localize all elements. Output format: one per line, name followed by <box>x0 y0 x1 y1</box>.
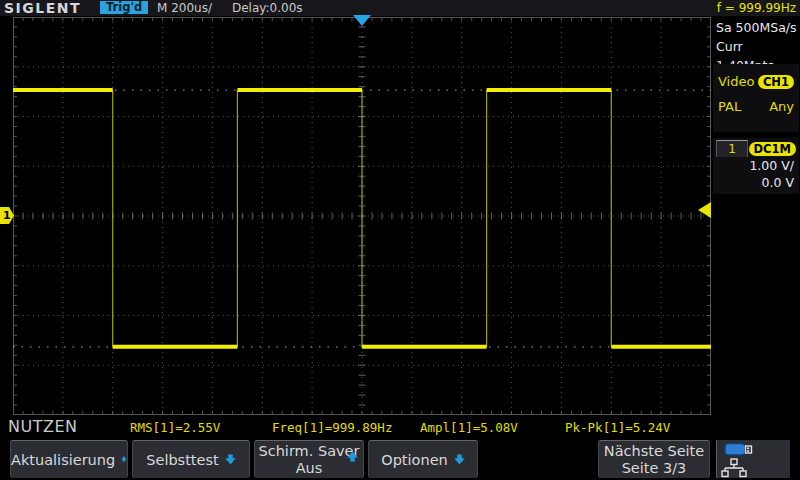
trigger-type: Video <box>718 74 754 89</box>
measurement-ampl: Ampl[1]=5.08V <box>420 420 518 435</box>
softkey-label: Schirm. Saver Aus <box>259 443 360 477</box>
trigger-sync: Any <box>769 99 794 114</box>
channel1-info-panel: 1 DC1M 1.00 V/ 0.0 V <box>713 138 799 194</box>
trigger-info-panel: Video CH1 PAL Any <box>713 64 799 132</box>
softkey-optionen[interactable]: Optionen <box>368 440 478 478</box>
channel-coupling-badge: DC1M <box>749 142 796 156</box>
channel-offset: 0.0 V <box>713 174 799 191</box>
sample-rate: Sa 500MSa/s <box>716 18 800 37</box>
status-icon-panel <box>716 440 790 478</box>
menu-title: NUTZEN <box>8 417 78 436</box>
sidebar: Sa 500MSa/s Curr 1.40Mpts Video CH1 PAL … <box>712 16 800 416</box>
measurement-pkpk: Pk-Pk[1]=5.24V <box>565 420 670 435</box>
channel-number-tab: 1 <box>716 140 748 157</box>
chevron-down-icon <box>121 454 127 465</box>
waveform-plot <box>13 17 711 415</box>
trigger-source-badge: CH1 <box>758 75 794 89</box>
softkey-aktualisierung[interactable]: Aktualisierung <box>10 440 128 478</box>
lan-icon <box>720 458 748 478</box>
chevron-down-icon <box>225 454 236 465</box>
top-bar: SIGLENT Trig'd M 200us/ Delay:0.00s f = … <box>0 0 800 16</box>
channel-scale: 1.00 V/ <box>713 157 799 174</box>
softkey-schirm-saver[interactable]: Schirm. Saver Aus <box>254 440 364 478</box>
oscilloscope-screen: SIGLENT Trig'd M 200us/ Delay:0.00s f = … <box>0 0 800 480</box>
measurement-rms: RMS[1]=2.55V <box>130 420 220 435</box>
brand-logo: SIGLENT <box>4 0 81 16</box>
measurement-freq: Freq[1]=999.89Hz <box>272 420 392 435</box>
softkey-menu: Aktualisierung Selbsttest Schirm. Saver … <box>0 438 800 480</box>
usb-icon <box>724 442 754 457</box>
frequency-counter-readout: f = 999.99Hz <box>717 0 796 16</box>
softkey-label: Aktualisierung <box>11 452 115 468</box>
measurement-bar: NUTZEN RMS[1]=2.55V Freq[1]=999.89Hz Amp… <box>0 415 800 438</box>
chevron-up-icon <box>347 451 358 462</box>
softkey-selbsttest[interactable]: Selbsttest <box>132 440 250 478</box>
channel1-level-marker[interactable]: 1 <box>0 207 14 224</box>
softkey-label: Nächste Seite Seite 3/3 <box>604 443 704 477</box>
delay-readout: Delay:0.00s <box>232 0 303 16</box>
trigger-position-marker[interactable] <box>353 15 371 26</box>
trigger-level-marker[interactable] <box>698 202 711 218</box>
timebase-readout: M 200us/ <box>157 0 212 16</box>
trigger-status-badge: Trig'd <box>100 1 148 14</box>
trigger-standard: PAL <box>718 99 741 114</box>
chevron-down-icon <box>454 454 465 465</box>
softkey-label: Selbsttest <box>146 452 218 468</box>
softkey-naechste-seite[interactable]: Nächste Seite Seite 3/3 <box>598 440 710 478</box>
softkey-label: Optionen <box>381 452 448 468</box>
